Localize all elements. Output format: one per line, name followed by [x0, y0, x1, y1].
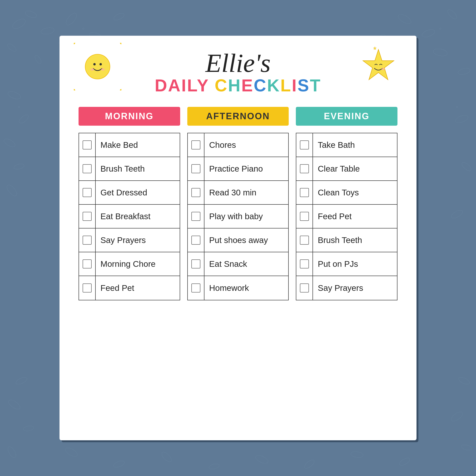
afternoon-row-4: Play with baby — [188, 205, 289, 228]
svg-point-14 — [7, 90, 22, 101]
svg-point-8 — [397, 13, 412, 25]
evening-task-7: Say Prayers — [313, 281, 368, 295]
svg-point-29 — [64, 446, 79, 459]
svg-point-3 — [6, 42, 17, 53]
afternoon-row-5: Put shoes away — [188, 228, 289, 252]
checkbox[interactable] — [300, 212, 309, 221]
svg-point-63 — [381, 68, 385, 70]
checkbox[interactable] — [191, 212, 200, 221]
evening-task-4: Feed Pet — [313, 209, 356, 223]
afternoon-task-4: Play with baby — [204, 209, 268, 223]
svg-point-50 — [74, 43, 76, 46]
evening-header: EVENING — [296, 107, 397, 126]
morning-task-3: Get Dressed — [96, 186, 152, 200]
checkbox[interactable] — [191, 140, 200, 150]
svg-point-40 — [440, 28, 441, 29]
svg-marker-64 — [374, 47, 376, 50]
svg-point-30 — [113, 459, 125, 468]
svg-point-4 — [64, 11, 79, 27]
svg-point-32 — [208, 463, 220, 470]
checkbox-cell — [296, 252, 313, 276]
checkbox-cell — [188, 205, 204, 228]
header: Ellie's DAILY CHECKLIST — [79, 50, 397, 95]
afternoon-row-3: Read 30 min — [188, 181, 289, 205]
checkbox[interactable] — [83, 284, 92, 292]
afternoon-column: Chores Practice Piano Read 30 min Play w… — [187, 133, 289, 300]
evening-row-3: Clean Toys — [296, 181, 397, 205]
checkbox[interactable] — [300, 188, 309, 197]
svg-point-9 — [421, 28, 436, 38]
afternoon-task-3: Read 30 min — [204, 186, 261, 200]
evening-column: Take Bath Clear Table Clean Toys Feed Pe… — [296, 133, 397, 300]
afternoon-row-6: Eat Snack — [188, 252, 289, 276]
checkbox-cell — [79, 133, 96, 157]
morning-row-4: Eat Breakfast — [79, 205, 180, 228]
checkbox[interactable] — [83, 236, 92, 245]
checkbox[interactable] — [300, 164, 309, 173]
checkbox-cell — [79, 252, 96, 276]
checkbox[interactable] — [83, 140, 92, 150]
svg-point-13 — [458, 67, 471, 76]
afternoon-task-7: Homework — [204, 281, 254, 295]
morning-task-1: Make Bed — [96, 138, 143, 152]
morning-task-6: Morning Chore — [96, 257, 160, 271]
checkbox-cell — [79, 228, 96, 252]
checkbox[interactable] — [83, 259, 92, 269]
afternoon-row-1: Chores — [188, 133, 289, 157]
checkbox-cell — [79, 157, 96, 180]
checkbox-cell — [79, 276, 96, 300]
evening-task-1: Take Bath — [313, 138, 360, 152]
morning-task-5: Say Prayers — [96, 233, 151, 247]
checkbox[interactable] — [191, 259, 200, 269]
evening-task-5: Brush Teeth — [313, 233, 367, 247]
checkbox-cell — [296, 276, 313, 300]
checkbox[interactable] — [300, 236, 309, 245]
svg-point-27 — [450, 410, 464, 423]
morning-header: MORNING — [79, 107, 180, 126]
svg-point-41 — [18, 106, 20, 108]
checkbox[interactable] — [191, 236, 200, 245]
svg-point-53 — [100, 63, 102, 66]
checkbox-cell — [188, 276, 204, 300]
checkbox-cell — [296, 228, 313, 252]
svg-point-46 — [119, 88, 121, 90]
checkbox[interactable] — [83, 188, 92, 197]
star-icon — [357, 45, 400, 88]
morning-row-3: Get Dressed — [79, 181, 180, 205]
evening-task-3: Clean Toys — [313, 186, 364, 200]
checkbox[interactable] — [191, 164, 200, 173]
afternoon-task-1: Chores — [204, 138, 241, 152]
checklist-title: DAILY CHECKLIST — [155, 76, 321, 95]
checkbox[interactable] — [191, 284, 200, 292]
svg-point-12 — [433, 48, 448, 57]
morning-task-2: Brush Teeth — [96, 162, 150, 176]
svg-point-38 — [83, 28, 84, 29]
svg-point-52 — [93, 63, 96, 66]
columns-header: MORNING AFTERNOON EVENING — [79, 107, 397, 126]
checkbox[interactable] — [300, 140, 309, 150]
morning-row-2: Brush Teeth — [79, 157, 180, 181]
svg-point-17 — [13, 163, 25, 170]
checkbox-cell — [296, 157, 313, 180]
morning-row-1: Make Bed — [79, 133, 180, 157]
svg-point-1 — [24, 10, 37, 19]
checkbox[interactable] — [83, 212, 92, 221]
svg-point-31 — [160, 451, 173, 463]
afternoon-row-2: Practice Piano — [188, 157, 289, 181]
checkbox-cell — [188, 181, 204, 204]
checkbox[interactable] — [83, 164, 92, 173]
svg-point-15 — [18, 113, 30, 125]
checkbox-cell — [188, 157, 204, 180]
checkbox[interactable] — [300, 284, 309, 292]
morning-row-5: Say Prayers — [79, 228, 180, 252]
svg-point-54 — [90, 68, 94, 71]
checkbox-cell — [79, 205, 96, 228]
checkbox[interactable] — [191, 188, 200, 197]
svg-point-25 — [450, 209, 464, 220]
checkbox-cell — [79, 181, 96, 204]
evening-row-5: Brush Teeth — [296, 228, 397, 252]
svg-point-19 — [15, 376, 28, 386]
title-block: Ellie's DAILY CHECKLIST — [100, 50, 376, 95]
evening-row-7: Say Prayers — [296, 276, 397, 300]
checkbox[interactable] — [300, 259, 309, 269]
